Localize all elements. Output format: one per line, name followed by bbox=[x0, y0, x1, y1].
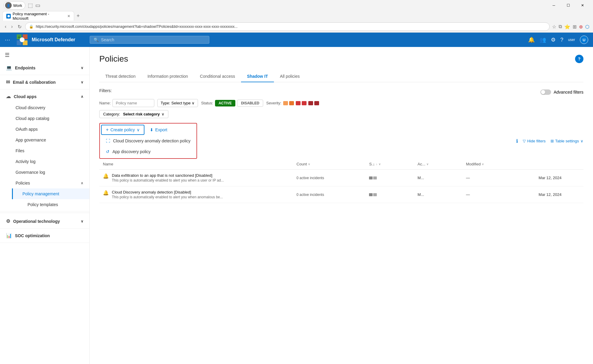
close-button[interactable]: ✕ bbox=[576, 0, 589, 11]
sidebar-item-cloud-app-catalog[interactable]: Cloud app catalog bbox=[6, 113, 89, 124]
col-ac-label: Ac... bbox=[417, 162, 425, 166]
sidebar-item-governance-log[interactable]: Governance log bbox=[6, 167, 89, 178]
tab-information-protection[interactable]: Information protection bbox=[141, 71, 194, 82]
sidebar-item-app-governance[interactable]: App governance bbox=[6, 135, 89, 145]
page-title: Policies bbox=[99, 54, 128, 64]
sev-block-2 bbox=[289, 101, 294, 105]
sidebar-item-policy-templates[interactable]: Policy templates bbox=[12, 199, 89, 210]
lock-icon: 🔒 bbox=[29, 25, 33, 29]
sidebar-hamburger[interactable]: ☰ bbox=[0, 49, 89, 61]
sort-name[interactable]: Name bbox=[103, 162, 289, 166]
favorites-bar-icon[interactable]: ⭐ bbox=[564, 24, 570, 30]
help-button[interactable]: ? bbox=[575, 55, 583, 63]
sidebar-item-soc-optimization[interactable]: 📊 SOC optimization bbox=[0, 230, 89, 241]
row1-count: 0 active incidents bbox=[297, 176, 324, 180]
edge-icon[interactable]: ⬡ bbox=[585, 24, 589, 30]
help-icon[interactable]: ? bbox=[560, 37, 563, 43]
search-input[interactable] bbox=[101, 37, 205, 42]
severity-low[interactable] bbox=[283, 101, 294, 105]
status-disabled-button[interactable]: DISABLED bbox=[237, 100, 263, 107]
sidebar-item-activity-log[interactable]: Activity log bbox=[6, 156, 89, 167]
extension-icon2[interactable]: ▭ bbox=[35, 2, 40, 9]
extensions-icon[interactable]: ⊕ bbox=[579, 24, 583, 30]
header-search[interactable]: 🔍 bbox=[90, 36, 209, 44]
export-button[interactable]: ⬇ Export bbox=[146, 125, 171, 135]
tab-favicon bbox=[6, 14, 11, 19]
url-bar[interactable]: 🔒 https://security.microsoft.com/cloudap… bbox=[25, 22, 550, 31]
tab-all-policies[interactable]: All policies bbox=[274, 71, 306, 82]
create-policy-button[interactable]: + Create policy ∨ bbox=[101, 125, 144, 135]
row1-sev1 bbox=[369, 176, 373, 179]
row1-modified: Mar 12, 2024 bbox=[539, 176, 562, 180]
status-active-button[interactable]: ACTIVE bbox=[215, 100, 235, 106]
reload-button[interactable]: ↻ bbox=[16, 23, 23, 31]
sidebar-item-oauth-apps[interactable]: OAuth apps bbox=[6, 124, 89, 135]
user-avatar[interactable]: U bbox=[580, 36, 588, 44]
create-policy-dropdown: ⛶ Cloud Discovery anomaly detection poli… bbox=[101, 135, 195, 157]
sidebar-item-policies[interactable]: Policies ∧ bbox=[6, 178, 89, 188]
name-filter-input[interactable] bbox=[112, 99, 154, 107]
favorites-icon[interactable]: ☆ bbox=[552, 24, 556, 30]
sidebar-item-operational-tech[interactable]: ⚙ Operational technology ∨ bbox=[0, 215, 89, 227]
sev-block-5 bbox=[308, 101, 313, 105]
col-count-label: Count bbox=[297, 162, 307, 166]
sort-ac[interactable]: Ac... ∨ bbox=[417, 162, 459, 166]
row2-ac-cell: M... bbox=[414, 186, 462, 203]
tab-conditional-access[interactable]: Conditional access bbox=[194, 71, 241, 82]
advanced-filters-toggle-switch[interactable] bbox=[540, 89, 551, 95]
sidebar-item-cloud-discovery[interactable]: Cloud discovery bbox=[6, 102, 89, 113]
info-icon[interactable]: ℹ bbox=[516, 138, 518, 144]
new-tab-button[interactable]: + bbox=[74, 13, 82, 19]
back-button[interactable]: ‹ bbox=[4, 23, 7, 31]
sort-modified[interactable]: Modified ∨ bbox=[466, 162, 531, 166]
extension-icon1[interactable]: ⬚ bbox=[28, 2, 33, 9]
table-settings-button[interactable]: ⊞ Table settings ∨ bbox=[551, 139, 584, 143]
profile-label: Work bbox=[13, 3, 22, 8]
row2-policy-name[interactable]: Cloud Discovery anomaly detection [Disab… bbox=[112, 190, 223, 194]
svg-point-5 bbox=[20, 37, 25, 42]
sidebar-item-email[interactable]: ✉ Email & collaboration ∨ bbox=[0, 76, 89, 88]
forward-button[interactable]: › bbox=[10, 23, 14, 31]
notifications-icon[interactable]: 🔔 bbox=[528, 36, 535, 43]
policy-table: Name Count ∨ S.↓ ↓ bbox=[99, 159, 583, 203]
severity-medium[interactable] bbox=[296, 101, 307, 105]
dropdown-item-cloud-discovery-anomaly[interactable]: ⛶ Cloud Discovery anomaly detection poli… bbox=[101, 135, 195, 146]
active-tab[interactable]: Policy management - Microsoft ✕ bbox=[2, 11, 74, 21]
settings-icon[interactable]: ⚙ bbox=[551, 36, 556, 43]
filter-icon: ▽ bbox=[523, 139, 526, 143]
endpoints-label: Endpoints bbox=[15, 66, 35, 70]
maximize-button[interactable]: ☐ bbox=[561, 0, 575, 11]
name-filter: Name: bbox=[99, 99, 154, 107]
category-filter[interactable]: Category: Select risk category ∨ bbox=[99, 110, 168, 118]
community-icon[interactable]: 👥 bbox=[539, 36, 546, 43]
col-modified-label: Modified bbox=[466, 162, 481, 166]
ot-label: Operational technology bbox=[13, 219, 60, 224]
minimize-button[interactable]: ─ bbox=[547, 0, 561, 11]
sidebar-item-files[interactable]: Files bbox=[6, 145, 89, 156]
type-filter[interactable]: Type: Select type ∨ bbox=[157, 99, 198, 107]
col-header-actions bbox=[535, 159, 583, 170]
profile-pill[interactable]: 👤 Work bbox=[4, 1, 25, 10]
dropdown-item-app-discovery[interactable]: ↺ App discovery policy bbox=[101, 146, 195, 157]
tab-close-button[interactable]: ✕ bbox=[67, 14, 70, 18]
table-row: 🔔 Data exfiltration to an app that is no… bbox=[99, 170, 583, 186]
row1-policy-name[interactable]: Data exfiltration to an app that is not … bbox=[112, 173, 224, 178]
hamburger-icon[interactable]: ⋯ bbox=[5, 36, 10, 43]
hide-filters-button[interactable]: ▽ Hide filters bbox=[523, 139, 545, 143]
split-view-icon[interactable]: ⧉ bbox=[559, 24, 562, 29]
modified-sort-icon: ∨ bbox=[482, 162, 484, 166]
collections-icon[interactable]: ⊞ bbox=[573, 24, 577, 30]
ac-sort-icon: ∨ bbox=[426, 162, 429, 166]
sort-count[interactable]: Count ∨ bbox=[297, 162, 362, 166]
sort-s[interactable]: S.↓ ↓ ∨ bbox=[369, 162, 410, 166]
severity-high[interactable] bbox=[308, 101, 319, 105]
tab-threat-detection[interactable]: Threat detection bbox=[99, 71, 141, 82]
row2-ac2-cell: — bbox=[462, 186, 535, 203]
row2-sev1 bbox=[369, 193, 373, 196]
tab-shadow-it[interactable]: Shadow IT bbox=[241, 71, 274, 82]
severity-filter-label: Severity: bbox=[266, 101, 281, 105]
sidebar-item-cloud-apps[interactable]: ☁ Cloud apps ∧ bbox=[0, 91, 89, 102]
sidebar-item-endpoints[interactable]: 💻 Endpoints ∨ bbox=[0, 62, 89, 74]
advanced-filters-toggle[interactable]: Advanced filters bbox=[540, 89, 583, 95]
sidebar-item-policy-management[interactable]: Policy management bbox=[12, 188, 89, 199]
